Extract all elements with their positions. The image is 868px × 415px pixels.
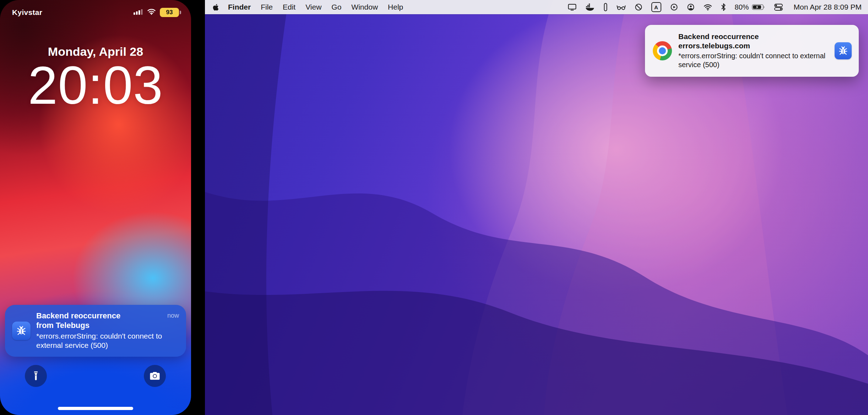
cellular-signal-icon bbox=[134, 9, 143, 16]
menu-window[interactable]: Window bbox=[346, 3, 383, 11]
menubar: Finder File Edit View Go Window Help bbox=[205, 0, 868, 14]
screenshot-stage: Kyivstar 93 Monday, April 28 20:03 bbox=[0, 0, 868, 415]
docker-icon[interactable] bbox=[585, 2, 595, 12]
bug-icon bbox=[837, 45, 849, 56]
input-source-letter: A bbox=[654, 4, 658, 10]
carrier-label: Kyivstar bbox=[12, 8, 42, 17]
notification-content: Backend reoccurrence errors.telebugs.com… bbox=[678, 32, 828, 70]
battery-percent-label: 80% bbox=[735, 3, 749, 11]
notification-body: *errors.errorString: couldn't connect to… bbox=[678, 52, 828, 70]
phone-status-bar: Kyivstar 93 bbox=[0, 8, 191, 17]
notification-content: Backend reoccurrence from Telebugs now *… bbox=[36, 311, 179, 350]
flashlight-button[interactable] bbox=[25, 365, 47, 387]
wifi-status-icon[interactable] bbox=[704, 2, 712, 12]
glasses-icon[interactable] bbox=[617, 2, 626, 12]
control-center-icon[interactable] bbox=[774, 2, 783, 12]
menu-edit[interactable]: Edit bbox=[278, 3, 300, 11]
menubar-status-area: A 80% bbox=[568, 2, 862, 12]
phone-status-icons: 93 bbox=[134, 8, 179, 17]
macos-desktop[interactable]: Finder File Edit View Go Window Help bbox=[205, 0, 868, 415]
desktop-notification[interactable]: Backend reoccurrence errors.telebugs.com… bbox=[645, 25, 859, 77]
camera-icon bbox=[150, 371, 160, 381]
iphone-lock-screen: Kyivstar 93 Monday, April 28 20:03 bbox=[0, 0, 191, 415]
flashlight-icon bbox=[31, 371, 40, 381]
home-indicator[interactable] bbox=[58, 407, 133, 410]
camera-button[interactable] bbox=[144, 365, 166, 387]
notification-title: Backend reoccurrence errors.telebugs.com bbox=[678, 32, 828, 51]
chrome-icon bbox=[653, 41, 672, 60]
notification-body: *errors.errorString: couldn't connect to… bbox=[36, 332, 179, 350]
play-circle-icon[interactable] bbox=[670, 2, 678, 12]
capsule-icon[interactable] bbox=[603, 2, 608, 12]
battery-icon bbox=[752, 4, 765, 10]
telebugs-icon bbox=[835, 42, 852, 59]
apple-menu[interactable] bbox=[211, 4, 223, 11]
input-source-icon[interactable]: A bbox=[651, 2, 661, 12]
battery-percent-label: 93 bbox=[166, 9, 173, 16]
menu-file[interactable]: File bbox=[256, 3, 278, 11]
menu-view[interactable]: View bbox=[300, 3, 326, 11]
menubar-clock[interactable]: Mon Apr 28 8:09 PM bbox=[794, 3, 862, 11]
battery-status[interactable]: 80% bbox=[735, 3, 765, 11]
wifi-icon bbox=[147, 9, 156, 16]
do-not-disturb-icon[interactable] bbox=[635, 2, 642, 12]
menu-help[interactable]: Help bbox=[383, 3, 408, 11]
lock-screen-clock: 20:03 bbox=[0, 56, 191, 115]
notification-timestamp: now bbox=[167, 312, 179, 319]
battery-indicator: 93 bbox=[160, 8, 179, 17]
notification-title: Backend reoccurrence from Telebugs bbox=[36, 311, 120, 330]
user-circle-icon[interactable] bbox=[687, 2, 695, 12]
bug-icon bbox=[15, 325, 27, 337]
display-mirroring-icon[interactable] bbox=[568, 2, 576, 12]
telebugs-app-icon bbox=[12, 322, 31, 340]
apple-logo-icon bbox=[213, 4, 219, 11]
phone-notification[interactable]: Backend reoccurrence from Telebugs now *… bbox=[5, 305, 186, 357]
menubar-app-name[interactable]: Finder bbox=[223, 3, 256, 11]
bluetooth-icon[interactable] bbox=[721, 2, 726, 12]
menu-go[interactable]: Go bbox=[326, 3, 346, 11]
